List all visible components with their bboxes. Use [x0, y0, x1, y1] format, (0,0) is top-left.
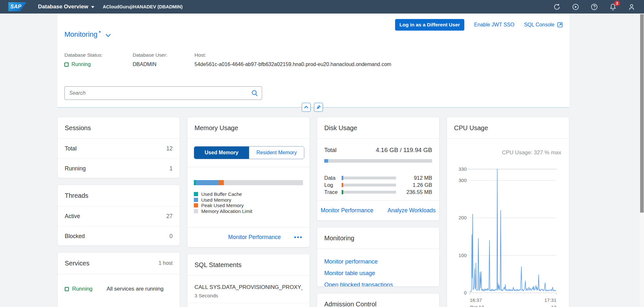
memory-bar-chart: Used Buffer Cache Used Memory Peak Used … — [187, 167, 309, 214]
open-blocked-transactions-link[interactable]: Open blocked transactions — [324, 279, 432, 287]
help-icon[interactable] — [590, 3, 598, 11]
admission-control-card[interactable]: Admission Control — [317, 293, 440, 307]
monitor-table-usage-link[interactable]: Monitor table usage — [324, 267, 432, 279]
memory-allocation-limit-segment — [224, 180, 303, 185]
monitoring-card[interactable]: Monitoring Monitor performance Monitor t… — [317, 227, 440, 287]
disk-data-value: 912 MB — [401, 175, 432, 181]
view-title: Monitoring — [64, 30, 98, 39]
app-title-menu[interactable]: Database Overview — [38, 4, 94, 10]
collapse-header-button[interactable] — [302, 103, 311, 112]
threads-blocked-label: Blocked — [65, 233, 85, 240]
disk-usage-card[interactable]: Disk Usage Total 4.16 GB / 119.94 GB Dat… — [317, 117, 440, 221]
running-status-icon — [64, 62, 69, 67]
search-input[interactable] — [64, 86, 262, 100]
sql-console-link[interactable]: SQL Console — [524, 22, 563, 28]
notification-badge: 2 — [614, 1, 620, 6]
sessions-total-label: Total — [65, 145, 77, 152]
user-avatar-icon[interactable] — [628, 3, 636, 11]
pin-header-button[interactable] — [314, 103, 323, 112]
table-row: Data 912 MB — [324, 174, 432, 181]
memory-toggle: Used Memory Resident Memory — [194, 146, 304, 159]
column-4: CPU Usage CPU Usage: 327 % max 100200300… — [447, 117, 569, 307]
svg-text:0: 0 — [464, 290, 467, 295]
legend-swatch — [194, 192, 198, 196]
memory-title: Memory Usage — [194, 124, 238, 132]
search-field-wrap — [64, 86, 262, 100]
shell-actions: 2 — [553, 3, 636, 11]
cpu-usage-card[interactable]: CPU Usage CPU Usage: 327 % max 100200300… — [447, 117, 569, 307]
used-buffer-cache-segment — [194, 180, 196, 185]
disk-total-progress-fill — [324, 159, 328, 163]
sql-statement-duration: 3 Seconds — [194, 293, 302, 299]
threads-card[interactable]: Threads Active 27 Blocked 0 — [57, 185, 180, 246]
services-card[interactable]: Services 1 host Running All services are… — [57, 252, 180, 307]
legend-item: Peak Used Memory — [194, 203, 303, 208]
auto-refresh-icon[interactable] — [572, 3, 580, 11]
svg-text:Oct 12: Oct 12 — [470, 304, 484, 307]
table-row: Blocked 0 — [58, 226, 180, 246]
sql-statement-row[interactable]: CALL SYS.DATA_PROVISIONING_PROXY_DE... 3… — [187, 276, 309, 303]
legend-label: Memory Allocation Limit — [201, 208, 252, 214]
analyze-workloads-link[interactable]: Analyze Workloads — [387, 207, 435, 214]
overflow-menu-icon[interactable] — [294, 236, 302, 238]
modified-marker: * — [99, 30, 101, 35]
sap-logo[interactable]: SAP — [8, 2, 26, 11]
legend-swatch — [194, 203, 198, 207]
peak-used-memory-segment — [219, 180, 224, 185]
host-value: 54de561c-a016-4646-ab97-bfb632a02159.hna… — [194, 62, 391, 67]
notifications-bell-icon[interactable]: 2 — [609, 3, 617, 11]
services-title: Services — [65, 260, 90, 267]
vertical-scrollbar-thumb[interactable] — [640, 14, 644, 213]
host-label: Host: — [194, 52, 391, 58]
table-row: Total 12 — [58, 139, 180, 158]
header-actions: Log in as a Different User Enable JWT SS… — [395, 19, 563, 31]
external-link-icon — [557, 22, 563, 28]
disk-data-bar — [343, 177, 396, 179]
sessions-card[interactable]: Sessions Total 12 Running 1 — [57, 117, 180, 178]
disk-trace-bar — [343, 191, 396, 194]
memory-usage-card[interactable]: Memory Usage Used Memory Resident Memory — [187, 117, 310, 247]
vertical-scrollbar-track[interactable] — [640, 14, 644, 307]
disk-log-value: 1.26 GB — [401, 182, 432, 188]
cpu-max-annotation: CPU Usage: 327 % max — [502, 149, 561, 156]
used-memory-toggle[interactable]: Used Memory — [194, 147, 249, 159]
legend-item: Memory Allocation Limit — [194, 208, 303, 214]
disk-trace-label: Trace — [324, 189, 342, 195]
resident-memory-toggle[interactable]: Resident Memory — [249, 147, 304, 159]
cpu-title: CPU Usage — [454, 124, 488, 132]
table-row: Log 1.26 GB — [324, 181, 432, 188]
svg-text:100: 100 — [459, 253, 467, 258]
enable-jwt-sso-link[interactable]: Enable JWT SSO — [474, 22, 514, 28]
cpu-usage-line-chart: 100200300330016:37Oct 1217:3112 — [452, 156, 564, 307]
monitor-performance-link[interactable]: Monitor Performance — [228, 234, 281, 241]
svg-text:17:31: 17:31 — [544, 297, 556, 303]
database-status-label: Database Status: — [64, 52, 118, 58]
login-different-user-button[interactable]: Log in as a Different User — [395, 19, 465, 31]
view-variant-selector[interactable]: Monitoring * — [64, 30, 111, 39]
table-row: Running 1 — [58, 158, 180, 178]
monitor-performance-link[interactable]: Monitor Performance — [321, 207, 373, 214]
svg-text:300: 300 — [459, 177, 467, 183]
database-user-label: Database User: — [133, 52, 180, 58]
services-status-value: Running — [72, 286, 92, 292]
threads-active-label: Active — [65, 213, 80, 220]
database-subtitle: ACloudGurujiHANADEV (DBADMIN) — [103, 4, 183, 9]
chevron-down-icon — [91, 6, 94, 8]
search-icon[interactable] — [251, 90, 258, 97]
page-header: Monitoring * Log in as a Different User … — [57, 14, 569, 108]
refresh-icon[interactable] — [553, 3, 561, 11]
column-2: Memory Usage Used Memory Resident Memory — [187, 117, 310, 307]
memory-toggle-section: Used Memory Resident Memory — [187, 139, 309, 167]
svg-text:200: 200 — [459, 215, 467, 220]
chevron-down-icon — [105, 33, 111, 39]
legend-swatch — [194, 209, 198, 213]
legend-label: Used Memory — [201, 197, 231, 203]
sql-statements-card[interactable]: SQL Statements CALL SYS.DATA_PROVISIONIN… — [187, 254, 310, 307]
column-1: Sessions Total 12 Running 1 Threads Acti… — [57, 117, 180, 307]
shell-bar: SAP Database Overview ACloudGurujiHANADE… — [0, 0, 644, 14]
monitor-performance-link[interactable]: Monitor performance — [324, 256, 432, 267]
monitoring-links: Monitor performance Monitor table usage … — [317, 249, 439, 287]
sessions-running-label: Running — [65, 165, 86, 172]
database-user-value: DBADMIN — [133, 62, 180, 67]
disk-data-label: Data — [324, 175, 342, 181]
